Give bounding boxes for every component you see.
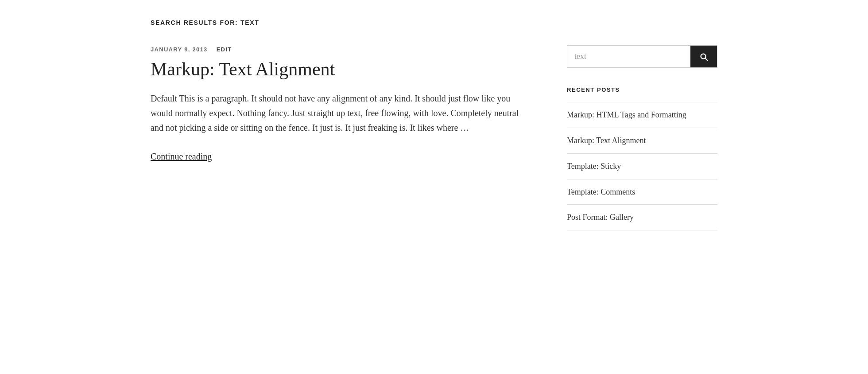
recent-post-link-3[interactable]: Template: Sticky bbox=[567, 162, 621, 171]
content-area: January 9, 2013 Edit Markup: Text Alignm… bbox=[151, 45, 717, 230]
list-item: Template: Sticky bbox=[567, 154, 717, 179]
recent-post-link-2[interactable]: Markup: Text Alignment bbox=[567, 136, 646, 145]
post-date: January 9, 2013 bbox=[151, 45, 208, 55]
search-icon bbox=[699, 52, 709, 62]
search-widget bbox=[567, 45, 717, 68]
list-item: Template: Comments bbox=[567, 179, 717, 205]
recent-post-link-5[interactable]: Post Format: Gallery bbox=[567, 213, 634, 222]
main-content: January 9, 2013 Edit Markup: Text Alignm… bbox=[151, 45, 531, 163]
recent-post-link-4[interactable]: Template: Comments bbox=[567, 187, 635, 196]
recent-posts-list: Markup: HTML Tags and Formatting Markup:… bbox=[567, 102, 717, 230]
search-input[interactable] bbox=[567, 46, 690, 67]
post-meta: January 9, 2013 Edit bbox=[151, 45, 531, 55]
continue-reading-link[interactable]: Continue reading bbox=[151, 149, 212, 164]
list-item: Markup: Text Alignment bbox=[567, 128, 717, 154]
sidebar: Recent Posts Markup: HTML Tags and Forma… bbox=[567, 45, 717, 230]
list-item: Post Format: Gallery bbox=[567, 205, 717, 230]
recent-posts-heading: Recent Posts bbox=[567, 86, 717, 95]
post-title: Markup: Text Alignment bbox=[151, 58, 531, 80]
page-wrapper: Search Results For: Text January 9, 2013… bbox=[124, 0, 744, 248]
recent-post-link-1[interactable]: Markup: HTML Tags and Formatting bbox=[567, 110, 686, 119]
post-edit-link[interactable]: Edit bbox=[217, 45, 232, 55]
post-excerpt: Default This is a paragraph. It should n… bbox=[151, 91, 531, 135]
search-button[interactable] bbox=[690, 46, 717, 67]
list-item: Markup: HTML Tags and Formatting bbox=[567, 102, 717, 128]
search-results-heading: Search Results For: Text bbox=[151, 18, 717, 27]
recent-posts-section: Recent Posts Markup: HTML Tags and Forma… bbox=[567, 86, 717, 230]
